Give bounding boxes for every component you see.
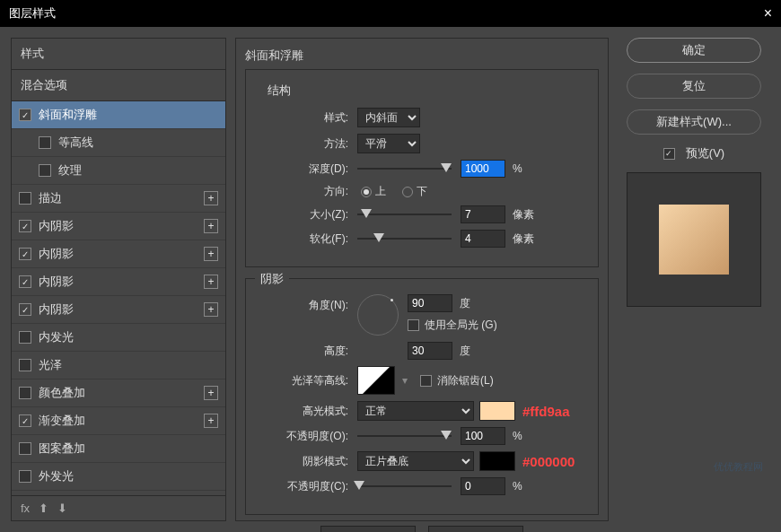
shadow-mode-select[interactable]: 正片叠底 <box>357 451 474 471</box>
plus-icon[interactable]: + <box>204 219 218 233</box>
size-label: 大小(Z): <box>259 207 348 222</box>
gloss-contour[interactable] <box>357 366 395 395</box>
style-item[interactable]: 纹理 <box>12 157 225 185</box>
preview-box <box>627 172 761 307</box>
style-checkbox[interactable] <box>39 164 51 177</box>
style-checkbox[interactable] <box>39 136 51 149</box>
sopacity-label: 不透明度(C): <box>259 479 348 494</box>
style-item[interactable]: 渐变叠加+ <box>12 407 225 435</box>
direction-up-radio[interactable] <box>361 187 372 197</box>
plus-icon[interactable]: + <box>204 386 218 400</box>
style-item[interactable]: 外发光 <box>12 463 225 491</box>
down-arrow-icon[interactable]: ⬇ <box>57 501 67 515</box>
highlight-mode-select[interactable]: 正常 <box>357 401 474 421</box>
cancel-button[interactable]: 复位 <box>627 74 761 99</box>
watermark: 优优教程网 <box>714 460 763 474</box>
close-icon[interactable]: × <box>764 5 772 22</box>
style-item[interactable]: 内发光 <box>12 324 225 352</box>
shadow-color-swatch[interactable] <box>479 451 515 471</box>
make-default-button[interactable]: 设置为默认值 <box>320 526 416 532</box>
hopacity-label: 不透明度(O): <box>259 429 348 444</box>
ok-button[interactable]: 确定 <box>627 38 761 63</box>
structure-title: 结构 <box>268 83 585 99</box>
style-item[interactable]: 内阴影+ <box>12 296 225 324</box>
style-checkbox[interactable] <box>19 248 31 260</box>
main-panel: 斜面和浮雕 结构 样式: 内斜面 方法: 平滑 深度(D): % <box>235 38 609 521</box>
preview-row: 预览(V) <box>663 145 724 161</box>
style-item-label: 内阴影 <box>39 218 74 234</box>
style-item-label: 内阴影 <box>39 301 74 318</box>
style-item[interactable]: 光泽 <box>12 352 225 379</box>
global-light-checkbox[interactable] <box>408 319 419 331</box>
style-item[interactable]: 描边+ <box>12 185 225 213</box>
style-checkbox[interactable] <box>19 109 31 121</box>
style-item-label: 渐变叠加 <box>39 413 85 429</box>
blending-options[interactable]: 混合选项 <box>12 70 225 101</box>
soften-input[interactable] <box>461 230 505 248</box>
style-checkbox[interactable] <box>19 275 31 288</box>
size-unit: 像素 <box>513 207 534 222</box>
hopacity-unit: % <box>513 430 522 442</box>
style-item-label: 图案叠加 <box>39 440 85 457</box>
angle-unit: 度 <box>460 296 470 311</box>
style-item-label: 内发光 <box>39 329 74 345</box>
plus-icon[interactable]: + <box>204 414 218 428</box>
sopacity-slider[interactable] <box>357 480 452 493</box>
depth-input[interactable] <box>461 160 505 178</box>
style-checkbox[interactable] <box>19 303 31 316</box>
style-item[interactable]: 内阴影+ <box>12 268 225 296</box>
plus-icon[interactable]: + <box>204 247 218 261</box>
style-item-label: 内阴影 <box>39 274 74 290</box>
style-item[interactable]: 内阴影+ <box>12 213 225 240</box>
plus-icon[interactable]: + <box>204 191 218 205</box>
gloss-label: 光泽等高线: <box>259 373 348 388</box>
direction-down-radio[interactable] <box>402 187 413 197</box>
depth-slider[interactable] <box>357 162 452 175</box>
style-checkbox[interactable] <box>19 414 31 427</box>
style-item[interactable]: 投影+ <box>12 491 225 495</box>
hopacity-input[interactable] <box>461 427 505 445</box>
new-style-button[interactable]: 新建样式(W)... <box>627 109 761 135</box>
shadow-hex: #000000 <box>522 454 575 469</box>
preview-swatch <box>659 205 729 275</box>
global-light-label: 使用全局光 (G) <box>425 318 497 333</box>
altitude-input[interactable] <box>408 342 452 360</box>
style-checkbox[interactable] <box>19 331 31 344</box>
style-item[interactable]: 图案叠加 <box>12 435 225 463</box>
technique-select[interactable]: 平滑 <box>357 134 420 153</box>
style-checkbox[interactable] <box>19 387 31 399</box>
angle-input[interactable] <box>408 294 452 312</box>
angle-dial[interactable] <box>357 294 399 336</box>
style-item-label: 等高线 <box>58 135 93 151</box>
fx-icon[interactable]: fx <box>21 501 30 515</box>
style-checkbox[interactable] <box>19 470 31 483</box>
shadow-label: 阴影模式: <box>259 454 348 469</box>
style-checkbox[interactable] <box>19 442 31 455</box>
soften-slider[interactable] <box>357 232 452 245</box>
size-slider[interactable] <box>357 208 452 221</box>
plus-icon[interactable]: + <box>204 302 218 317</box>
right-column: 确定 复位 新建样式(W)... 预览(V) 优优教程网 <box>618 38 770 521</box>
plus-icon[interactable]: + <box>204 275 218 289</box>
style-item[interactable]: 等高线 <box>12 129 225 157</box>
highlight-color-swatch[interactable] <box>479 401 515 421</box>
reset-default-button[interactable]: 复位为默认值 <box>428 526 523 532</box>
preview-checkbox[interactable] <box>663 148 675 160</box>
style-item[interactable]: 颜色叠加+ <box>12 379 225 407</box>
style-select[interactable]: 内斜面 <box>357 108 420 127</box>
style-item[interactable]: 斜面和浮雕 <box>12 101 225 129</box>
style-item-label: 斜面和浮雕 <box>39 107 97 123</box>
size-input[interactable] <box>461 205 505 223</box>
dialog-content: 样式 混合选项 斜面和浮雕等高线纹理描边+内阴影+内阴影+内阴影+内阴影+内发光… <box>0 27 781 532</box>
sopacity-input[interactable] <box>461 477 505 495</box>
up-arrow-icon[interactable]: ⬆ <box>39 501 48 515</box>
style-list: 斜面和浮雕等高线纹理描边+内阴影+内阴影+内阴影+内阴影+内发光光泽颜色叠加+渐… <box>12 101 225 495</box>
antialias-checkbox[interactable] <box>420 375 432 387</box>
altitude-unit: 度 <box>460 344 470 359</box>
hopacity-slider[interactable] <box>357 430 452 442</box>
style-item[interactable]: 内阴影+ <box>12 240 225 268</box>
style-checkbox[interactable] <box>19 359 31 371</box>
style-item-label: 纹理 <box>58 162 82 179</box>
style-checkbox[interactable] <box>19 192 31 205</box>
style-checkbox[interactable] <box>19 220 31 232</box>
